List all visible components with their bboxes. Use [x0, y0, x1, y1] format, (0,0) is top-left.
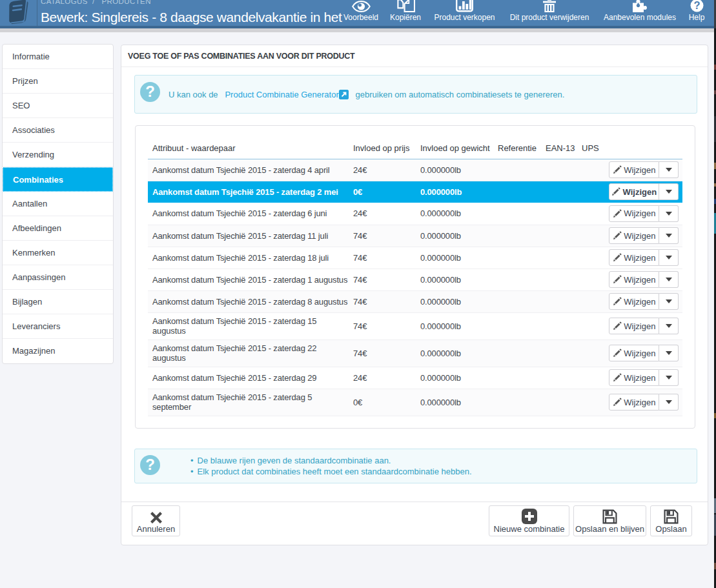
svg-text:?: ? [693, 0, 700, 11]
